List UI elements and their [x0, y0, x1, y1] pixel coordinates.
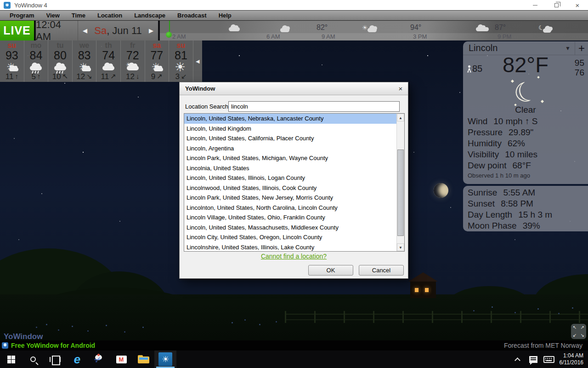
- cannot-find-location-link[interactable]: Cannot find a location?: [180, 253, 408, 260]
- day-forecast-sa[interactable]: sa 77 ☀ 9↗: [145, 40, 170, 82]
- fence: [285, 311, 588, 323]
- detail-row: Visibility10 miles: [468, 149, 537, 160]
- wind-direction-icon: ↗: [157, 72, 163, 81]
- fullscreen-button[interactable]: ↖ ↗ ↙ ↘: [571, 324, 586, 339]
- internet-explorer-button[interactable]: e: [66, 351, 88, 368]
- snipping-tool-icon: ✂: [94, 354, 105, 365]
- day-forecast-fr[interactable]: fr 72 ☀ 12↓: [121, 40, 145, 82]
- sun-icon: ☀: [362, 24, 368, 31]
- app-icon: ☀: [4, 2, 11, 9]
- result-row[interactable]: Lincolnshire, United States, Illinois, L…: [184, 242, 396, 252]
- menu-program[interactable]: Program: [4, 11, 40, 20]
- day-temp: 77: [150, 49, 163, 62]
- search-button[interactable]: [22, 351, 44, 368]
- day-forecast-we[interactable]: we 83 ☀ 12↘: [73, 40, 97, 82]
- touch-keyboard-button[interactable]: [541, 351, 557, 368]
- search-results-list: Lincoln, United States, Nebraska, Lancas…: [184, 113, 405, 252]
- forecast-credit: Forecast from MET Norway: [504, 342, 582, 349]
- result-row[interactable]: Lincolnwood, United States, Illinois, Co…: [184, 183, 396, 193]
- ok-button[interactable]: OK: [308, 265, 353, 276]
- date-navigation: ◀ Sa, Jun 11 ▶: [78, 21, 158, 40]
- cloud-icon: [368, 28, 377, 32]
- result-row[interactable]: Lincoln, United States, Massachusetts, M…: [184, 223, 396, 233]
- task-view-button[interactable]: [44, 351, 66, 368]
- result-row[interactable]: Lincoln, United States, Illinois, Logan …: [184, 173, 396, 183]
- result-row[interactable]: Lincoln Village, United States, Ohio, Fr…: [184, 213, 396, 223]
- result-row[interactable]: Lincoln, United States, Nebraska, Lancas…: [184, 114, 396, 124]
- window-controls: ×: [525, 0, 588, 10]
- dialog-title-bar[interactable]: YoWindow ×: [180, 82, 408, 95]
- detail-row: Dew point68°F: [468, 160, 537, 171]
- menu-landscape[interactable]: Landscape: [128, 11, 171, 20]
- timeline-temp: 94°: [410, 23, 421, 32]
- menu-broadcast[interactable]: Broadcast: [171, 11, 213, 20]
- folder-icon: [138, 355, 149, 363]
- bottom-banner: Free YoWindow for Android Forecast from …: [0, 340, 588, 351]
- yowindow-watermark: YoWindow: [4, 332, 43, 341]
- day-wind: 9↗: [145, 72, 169, 81]
- cloud-icon: [476, 27, 489, 31]
- taskbar-clock[interactable]: 1:04 AM 6/11/2016: [557, 352, 588, 366]
- internet-explorer-icon: e: [74, 353, 80, 365]
- result-row[interactable]: Lincoln Park, United States, Michigan, W…: [184, 153, 396, 163]
- file-explorer-button[interactable]: [132, 351, 154, 368]
- location-name[interactable]: Lincoln: [463, 43, 561, 53]
- mail-icon: M: [116, 356, 127, 363]
- scrollbar[interactable]: ▲ ▼: [396, 114, 404, 251]
- wind-direction-icon: ↑: [15, 72, 18, 81]
- next-day-button[interactable]: ▶: [149, 27, 153, 34]
- snipping-tool-button[interactable]: ✂: [88, 351, 110, 368]
- minimize-icon: [533, 5, 537, 6]
- restore-button[interactable]: [546, 0, 567, 10]
- collapse-week-strip-button[interactable]: ◀: [193, 40, 202, 82]
- house-roof: [408, 272, 438, 282]
- menu-location[interactable]: Location: [91, 11, 128, 20]
- result-row[interactable]: Lincolnton, United States, North Carolin…: [184, 203, 396, 213]
- result-row[interactable]: Lincoln City, United States, Oregon, Lin…: [184, 232, 396, 242]
- mail-button[interactable]: M: [110, 351, 132, 368]
- minimize-button[interactable]: [525, 0, 546, 10]
- title-bar: ☀ YoWindow 4 ×: [0, 0, 588, 10]
- add-location-button[interactable]: +: [575, 42, 588, 55]
- timeline-label: 6 AM: [266, 33, 280, 40]
- scroll-down-button[interactable]: ▼: [397, 243, 404, 251]
- expand-arrow-icon: ↘: [581, 333, 584, 338]
- timeline-label-band: [160, 33, 588, 40]
- clock-time: 1:04 AM: [560, 352, 584, 359]
- day-forecast-su[interactable]: su 93 ☀ 11↑: [0, 40, 24, 82]
- result-row[interactable]: Lincoln, United States, California, Plac…: [184, 133, 396, 144]
- timeline-label: 2 AM: [172, 33, 186, 40]
- start-button[interactable]: [0, 351, 22, 368]
- prev-day-button[interactable]: ◀: [83, 27, 87, 34]
- android-promo-link[interactable]: Free YoWindow for Android: [11, 342, 95, 349]
- day-forecast-tu[interactable]: tu 80 10↖: [48, 40, 73, 82]
- forecast-timeline[interactable]: 2 AM 6 AM 9 AM 3 PM 9 PM 82° 94° 87° ☀ ☾: [160, 21, 588, 40]
- day-temp: 83: [78, 49, 91, 62]
- live-button[interactable]: LIVE: [0, 21, 35, 40]
- lit-window: [415, 288, 418, 292]
- result-row[interactable]: Lincoln, United Kingdom: [184, 124, 396, 134]
- day-forecast-th[interactable]: th 74 11↗: [96, 40, 121, 82]
- day-temp: 74: [102, 49, 115, 62]
- day-wind: 12↓: [121, 72, 145, 81]
- result-row[interactable]: Lincoln, Argentina: [184, 144, 396, 154]
- close-button[interactable]: ×: [567, 0, 588, 10]
- scrollbar-thumb[interactable]: [397, 150, 404, 236]
- cancel-button[interactable]: Cancel: [359, 265, 404, 276]
- location-search-input[interactable]: [228, 101, 400, 112]
- day-name: su: [177, 41, 186, 49]
- chevron-down-icon[interactable]: ▼: [561, 45, 575, 52]
- action-center-button[interactable]: [526, 351, 541, 368]
- time-marker-handle[interactable]: [166, 32, 172, 38]
- day-forecast-mo[interactable]: mo 84 5↑: [24, 40, 49, 82]
- menu-help[interactable]: Help: [213, 11, 237, 20]
- tray-expand-button[interactable]: [510, 351, 526, 368]
- day-forecast-su2[interactable]: su 81 ☀ 3↙: [169, 40, 193, 82]
- clock-date: 6/11/2016: [560, 359, 584, 366]
- scroll-up-button[interactable]: ▲: [397, 114, 404, 121]
- result-row[interactable]: Lincolnia, United States: [184, 163, 396, 173]
- result-row[interactable]: Lincoln Park, United States, New Jersey,…: [184, 193, 396, 203]
- yowindow-taskbar-button[interactable]: ☀: [154, 351, 176, 368]
- time-date-panel: 12:04 AM ◀ Sa, Jun 11 ▶: [36, 21, 158, 40]
- dialog-close-button[interactable]: ×: [393, 85, 408, 92]
